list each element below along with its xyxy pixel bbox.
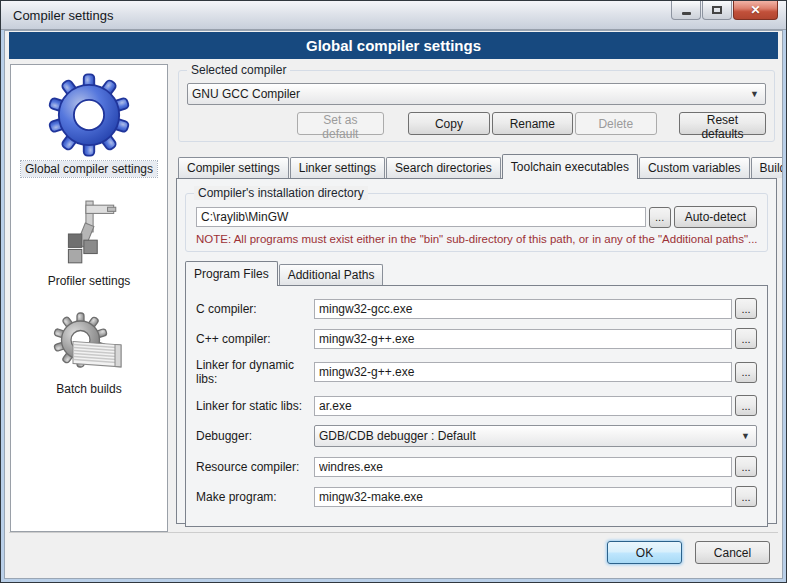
static-linker-input[interactable] bbox=[314, 396, 732, 416]
compiler-action-buttons: Set as default Copy Rename Delete Reset … bbox=[187, 112, 766, 135]
c-compiler-label: C compiler: bbox=[196, 302, 314, 316]
sidebar-item-batch-builds[interactable]: Batch builds bbox=[51, 311, 127, 397]
dialog-body: Global compiler settings bbox=[4, 30, 783, 579]
sidebar-item-profiler-settings[interactable]: Profiler settings bbox=[44, 199, 135, 289]
title-bar[interactable]: Compiler settings ✕ bbox=[1, 1, 786, 30]
cpp-compiler-input[interactable] bbox=[314, 329, 732, 349]
window-title: Compiler settings bbox=[1, 8, 113, 23]
cpp-compiler-label: C++ compiler: bbox=[196, 332, 314, 346]
minimize-button[interactable] bbox=[671, 1, 701, 20]
close-button[interactable]: ✕ bbox=[733, 1, 778, 20]
window-controls: ✕ bbox=[670, 1, 778, 20]
cpp-compiler-row: C++ compiler: ... bbox=[196, 328, 757, 349]
reset-defaults-button[interactable]: Reset defaults bbox=[679, 112, 766, 135]
make-program-label: Make program: bbox=[196, 490, 314, 504]
blue-gear-icon bbox=[47, 73, 131, 157]
installation-directory-group-label: Compiler's installation directory bbox=[194, 186, 368, 200]
installation-directory-group: Compiler's installation directory ... Au… bbox=[185, 193, 768, 252]
gray-gear-papers-icon bbox=[51, 311, 127, 377]
compiler-tabs: Compiler settings Linker settings Search… bbox=[178, 153, 775, 178]
tab-build-options[interactable]: Build options bbox=[751, 157, 783, 178]
tab-toolchain-executables[interactable]: Toolchain executables bbox=[502, 154, 638, 179]
cpp-compiler-browse-button[interactable]: ... bbox=[735, 328, 757, 349]
selected-compiler-value: GNU GCC Compiler bbox=[192, 87, 748, 101]
static-linker-row: Linker for static libs: ... bbox=[196, 395, 757, 416]
resource-compiler-browse-button[interactable]: ... bbox=[735, 456, 757, 477]
debugger-dropdown[interactable]: GDB/CDB debugger : Default ▼ bbox=[314, 425, 757, 447]
debugger-value: GDB/CDB debugger : Default bbox=[319, 429, 739, 443]
program-files-panel: C compiler: ... C++ compiler: ... Linker… bbox=[185, 285, 768, 527]
copy-button[interactable]: Copy bbox=[408, 112, 490, 135]
caliper-icon bbox=[56, 199, 122, 269]
dynamic-linker-input[interactable] bbox=[314, 362, 732, 382]
resource-compiler-input[interactable] bbox=[314, 457, 732, 477]
c-compiler-row: C compiler: ... bbox=[196, 298, 757, 319]
minimize-icon bbox=[682, 12, 691, 15]
sidebar-item-global-compiler-settings[interactable]: Global compiler settings bbox=[21, 73, 157, 177]
selected-compiler-group-label: Selected compiler bbox=[187, 63, 290, 77]
dynamic-linker-label: Linker for dynamic libs: bbox=[196, 358, 314, 386]
tab-custom-variables[interactable]: Custom variables bbox=[639, 157, 750, 178]
cancel-button[interactable]: Cancel bbox=[695, 541, 770, 564]
maximize-icon bbox=[712, 6, 722, 14]
dialog-footer: OK Cancel bbox=[9, 532, 778, 578]
main-panel: Selected compiler GNU GCC Compiler ▼ Set… bbox=[176, 64, 777, 524]
make-program-browse-button[interactable]: ... bbox=[735, 486, 757, 507]
delete-button[interactable]: Delete bbox=[575, 112, 657, 135]
page-title: Global compiler settings bbox=[306, 37, 481, 54]
sidebar-item-label: Profiler settings bbox=[44, 273, 135, 289]
c-compiler-input[interactable] bbox=[314, 299, 732, 319]
installation-directory-row: ... Auto-detect bbox=[196, 206, 757, 228]
close-icon: ✕ bbox=[750, 3, 760, 17]
auto-detect-button[interactable]: Auto-detect bbox=[674, 206, 757, 228]
static-linker-browse-button[interactable]: ... bbox=[735, 395, 757, 416]
tab-search-directories[interactable]: Search directories bbox=[386, 157, 501, 178]
make-program-row: Make program: ... bbox=[196, 486, 757, 507]
maximize-button[interactable] bbox=[702, 1, 732, 20]
debugger-label: Debugger: bbox=[196, 429, 314, 443]
static-linker-label: Linker for static libs: bbox=[196, 399, 314, 413]
tab-linker-settings[interactable]: Linker settings bbox=[290, 157, 385, 178]
chevron-down-icon: ▼ bbox=[739, 431, 752, 441]
tab-compiler-settings[interactable]: Compiler settings bbox=[178, 157, 289, 178]
resource-compiler-row: Resource compiler: ... bbox=[196, 456, 757, 477]
settings-category-list: Global compiler settings bbox=[10, 64, 168, 532]
sidebar-item-label: Batch builds bbox=[52, 381, 125, 397]
tab-program-files[interactable]: Program Files bbox=[185, 261, 278, 286]
sidebar-item-label: Global compiler settings bbox=[21, 161, 157, 177]
browse-directory-button[interactable]: ... bbox=[649, 207, 671, 228]
c-compiler-browse-button[interactable]: ... bbox=[735, 298, 757, 319]
resource-compiler-label: Resource compiler: bbox=[196, 460, 314, 474]
page-header: Global compiler settings bbox=[9, 32, 778, 59]
toolchain-executables-panel: Compiler's installation directory ... Au… bbox=[176, 178, 777, 524]
rename-button[interactable]: Rename bbox=[492, 112, 574, 135]
make-program-input[interactable] bbox=[314, 487, 732, 507]
ok-button[interactable]: OK bbox=[607, 541, 682, 564]
dynamic-linker-browse-button[interactable]: ... bbox=[735, 362, 757, 383]
installation-directory-input[interactable] bbox=[196, 207, 646, 227]
dynamic-linker-row: Linker for dynamic libs: ... bbox=[196, 358, 757, 386]
debugger-row: Debugger: GDB/CDB debugger : Default ▼ bbox=[196, 425, 757, 447]
program-tabs: Program Files Additional Paths bbox=[185, 262, 768, 285]
content-area: Global compiler settings bbox=[5, 59, 782, 524]
selected-compiler-group: Selected compiler GNU GCC Compiler ▼ Set… bbox=[178, 70, 775, 142]
bin-subdirectory-note: NOTE: All programs must exist either in … bbox=[196, 233, 757, 245]
compiler-settings-dialog: Compiler settings ✕ Global compiler sett… bbox=[0, 0, 787, 583]
tab-additional-paths[interactable]: Additional Paths bbox=[279, 264, 384, 285]
chevron-down-icon: ▼ bbox=[748, 89, 761, 99]
selected-compiler-dropdown[interactable]: GNU GCC Compiler ▼ bbox=[187, 83, 766, 105]
set-as-default-button[interactable]: Set as default bbox=[297, 112, 384, 135]
